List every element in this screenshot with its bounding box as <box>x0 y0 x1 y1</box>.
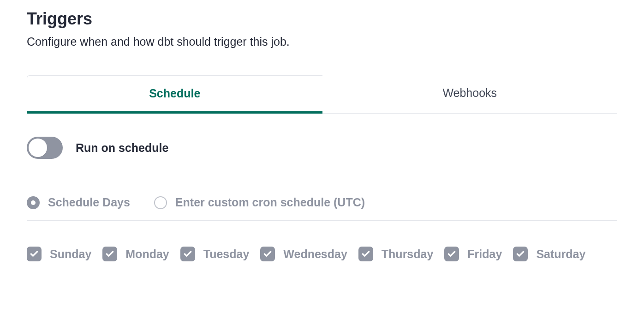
day-label: Thursday <box>382 248 434 261</box>
checkbox-checked-icon <box>102 247 117 261</box>
radio-selected-icon <box>27 196 40 209</box>
day-tuesday[interactable]: Tuesday <box>180 247 250 261</box>
schedule-mode-row: Schedule Days Enter custom cron schedule… <box>27 196 617 221</box>
run-on-schedule-toggle[interactable] <box>27 137 63 159</box>
day-label: Saturday <box>536 248 585 261</box>
schedule-days-label: Schedule Days <box>48 196 130 209</box>
radio-unselected-icon <box>154 196 167 209</box>
day-label: Tuesday <box>203 248 250 261</box>
custom-cron-label: Enter custom cron schedule (UTC) <box>175 196 365 209</box>
day-label: Monday <box>125 248 169 261</box>
checkbox-checked-icon <box>260 247 275 261</box>
day-label: Wednesday <box>283 248 347 261</box>
run-on-schedule-row: Run on schedule <box>27 137 617 159</box>
run-on-schedule-label: Run on schedule <box>76 141 168 155</box>
schedule-days-radio[interactable]: Schedule Days <box>27 196 130 209</box>
day-saturday[interactable]: Saturday <box>513 247 585 261</box>
day-wednesday[interactable]: Wednesday <box>260 247 347 261</box>
checkbox-checked-icon <box>513 247 528 261</box>
page-subtitle: Configure when and how dbt should trigge… <box>27 35 617 48</box>
checkbox-checked-icon <box>444 247 459 261</box>
day-label: Friday <box>467 248 502 261</box>
page-title: Triggers <box>27 9 617 29</box>
day-monday[interactable]: Monday <box>102 247 169 261</box>
day-friday[interactable]: Friday <box>444 247 502 261</box>
day-sunday[interactable]: Sunday <box>27 247 91 261</box>
day-thursday[interactable]: Thursday <box>358 247 434 261</box>
custom-cron-radio[interactable]: Enter custom cron schedule (UTC) <box>154 196 365 209</box>
tab-schedule[interactable]: Schedule <box>27 75 322 114</box>
checkbox-checked-icon <box>358 247 373 261</box>
tab-webhooks[interactable]: Webhooks <box>322 75 618 114</box>
checkbox-checked-icon <box>27 247 42 261</box>
toggle-knob <box>29 139 47 157</box>
days-row: Sunday Monday Tuesday Wednesday Thursday… <box>27 247 617 261</box>
checkbox-checked-icon <box>180 247 195 261</box>
tabs: Schedule Webhooks <box>27 75 617 114</box>
day-label: Sunday <box>50 248 91 261</box>
